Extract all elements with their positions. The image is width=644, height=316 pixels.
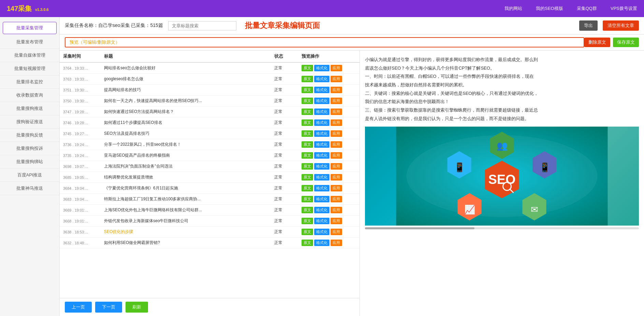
orig-button[interactable]: 原文 bbox=[302, 218, 313, 224]
table-row[interactable]: 3764 . 19:33:... 网站排名seo怎么做会比较好 正常 原文 格式… bbox=[60, 63, 360, 74]
sidebar-item-batch-sogou-complaint[interactable]: 批量搜狗投诉 bbox=[0, 142, 59, 155]
apply-button[interactable]: 应用 bbox=[331, 65, 342, 71]
apply-button[interactable]: 应用 bbox=[331, 141, 342, 148]
format-button[interactable]: 格式化 bbox=[314, 119, 330, 126]
horizontal-scrollbar[interactable] bbox=[365, 227, 639, 229]
table-row[interactable]: 3745 . 19:27:... SEO方法及提高排名技巧 正常 原文 格式化 … bbox=[60, 128, 360, 139]
format-button[interactable]: 格式化 bbox=[314, 229, 330, 235]
nav-vps-settings[interactable]: VPS拨号设置 bbox=[611, 5, 637, 12]
table-row[interactable]: 3638 . 18:53:... SEO优化的步骤 正常 原文 格式化 应用 bbox=[60, 227, 360, 238]
table-row[interactable]: 3683 . 19:04:... 特斯拉上海超级工厂19日复工推动100多家供应… bbox=[60, 194, 360, 205]
table-row[interactable]: 3746 . 19:28:... 如何通过11个步骤提高SEO排名 正常 原文 … bbox=[60, 117, 360, 128]
nav-qq-group[interactable]: 采集QQ群 bbox=[577, 5, 597, 12]
orig-button[interactable]: 原文 bbox=[302, 240, 313, 246]
row-title: 上海SEO优化外包上海牛巨微网络科技有限公司站群... bbox=[104, 207, 274, 213]
table-row[interactable]: 3685 . 19:05:... 结构调整优化发展提质增效 正常 原文 格式化 … bbox=[60, 172, 360, 183]
format-button[interactable]: 格式化 bbox=[314, 109, 330, 115]
format-button[interactable]: 格式化 bbox=[314, 76, 330, 82]
apply-button[interactable]: 应用 bbox=[331, 207, 342, 213]
next-page-button[interactable]: 下一页 bbox=[95, 302, 122, 313]
sidebar-item-batch-shenma[interactable]: 批量神马推送 bbox=[0, 182, 59, 195]
apply-button[interactable]: 应用 bbox=[331, 152, 342, 159]
apply-button[interactable]: 应用 bbox=[331, 229, 342, 235]
orig-button[interactable]: 原文 bbox=[302, 98, 313, 104]
orig-button[interactable]: 原文 bbox=[302, 185, 313, 191]
apply-button[interactable]: 应用 bbox=[331, 218, 342, 224]
table-row[interactable]: 3735 . 19:24:... 亚马逊SEO提高产品排名的终极指南 正常 原文… bbox=[60, 150, 360, 161]
sidebar-item-batch-rank[interactable]: 批量排名监控 bbox=[0, 75, 59, 89]
version-text: v1.3.0.6 bbox=[35, 8, 49, 12]
sidebar-item-batch-sogou-bind[interactable]: 批量搜狗绑站 bbox=[0, 155, 59, 169]
format-button[interactable]: 格式化 bbox=[314, 152, 330, 159]
row-status: 正常 bbox=[274, 218, 302, 224]
sidebar-item-batch-media[interactable]: 批量自媒体管理 bbox=[0, 49, 59, 62]
format-button[interactable]: 格式化 bbox=[314, 185, 330, 191]
table-row[interactable]: 3698 . 19:07:... 上海法院判决"负面压制业务"合同违法 正常 原… bbox=[60, 161, 360, 172]
format-button[interactable]: 格式化 bbox=[314, 240, 330, 246]
apply-button[interactable]: 应用 bbox=[331, 76, 342, 82]
prev-page-button[interactable]: 上一页 bbox=[65, 302, 92, 313]
clear-all-button[interactable]: 清空所有文章 bbox=[603, 20, 639, 31]
search-input[interactable] bbox=[168, 21, 236, 30]
delete-orig-button[interactable]: 删除原文 bbox=[584, 38, 610, 47]
apply-button[interactable]: 应用 bbox=[331, 109, 342, 115]
format-button[interactable]: 格式化 bbox=[314, 174, 330, 181]
table-row[interactable]: 3750 . 19:30:... 如何在一天之内，快速提高网站排名的使用SEO技… bbox=[60, 96, 360, 106]
orig-button[interactable]: 原文 bbox=[302, 229, 313, 235]
apply-button[interactable]: 应用 bbox=[331, 163, 342, 170]
table-row[interactable]: 3736 . 19:24:... 分享一个2022新风口，抖音seo优化排名！ … bbox=[60, 139, 360, 150]
orig-button[interactable]: 原文 bbox=[302, 87, 313, 93]
sidebar-item-indexed-data[interactable]: 收录数据查询 bbox=[0, 89, 59, 102]
orig-button[interactable]: 原文 bbox=[302, 152, 313, 159]
row-actions: 原文 格式化 应用 bbox=[302, 109, 356, 115]
format-button[interactable]: 格式化 bbox=[314, 65, 330, 71]
orig-button[interactable]: 原文 bbox=[302, 76, 313, 82]
save-orig-button[interactable]: 保存原文 bbox=[613, 38, 639, 47]
table-row[interactable]: 3763 . 19:33:... googleseo排名怎么做 正常 原文 格式… bbox=[60, 74, 360, 85]
format-button[interactable]: 格式化 bbox=[314, 163, 330, 170]
orig-button[interactable]: 原文 bbox=[302, 65, 313, 71]
sidebar-item-batch-publish[interactable]: 批量发布管理 bbox=[0, 35, 59, 49]
orig-button[interactable]: 原文 bbox=[302, 130, 313, 137]
format-button[interactable]: 格式化 bbox=[314, 130, 330, 137]
refresh-button[interactable]: 刷新 bbox=[126, 302, 148, 313]
apply-button[interactable]: 应用 bbox=[331, 87, 342, 93]
orig-button[interactable]: 原文 bbox=[302, 196, 313, 202]
sidebar-item-batch-sogou-feedback[interactable]: 批量搜狗反馈 bbox=[0, 129, 59, 142]
table-row[interactable]: 3669 . 19:01:... 上海SEO优化外包上海牛巨微网络科技有限公司站… bbox=[60, 205, 360, 216]
nav-my-site[interactable]: 我的网站 bbox=[504, 5, 522, 12]
apply-button[interactable]: 应用 bbox=[331, 174, 342, 181]
sidebar-item-baidu-api[interactable]: 百度API推送 bbox=[0, 169, 59, 182]
orig-button[interactable]: 原文 bbox=[302, 109, 313, 115]
nav-seo-template[interactable]: 我的SEO模版 bbox=[536, 5, 563, 12]
apply-button[interactable]: 应用 bbox=[331, 196, 342, 202]
row-title: 网站排名seo怎么做会比较好 bbox=[104, 65, 274, 71]
sidebar-item-sogou-verify[interactable]: 搜狗验证推送 bbox=[0, 115, 59, 129]
table-row[interactable]: 3751 . 19:30:... 提高网站排名的技巧 正常 原文 格式化 应用 bbox=[60, 85, 360, 96]
sidebar-item-batch-sogou-push[interactable]: 批量搜狗推送 bbox=[0, 102, 59, 115]
apply-button[interactable]: 应用 bbox=[331, 240, 342, 246]
orig-button[interactable]: 原文 bbox=[302, 174, 313, 181]
apply-button[interactable]: 应用 bbox=[331, 98, 342, 104]
orig-button[interactable]: 原文 bbox=[302, 119, 313, 126]
table-row[interactable]: 3684 . 19:04:... 《宁夏优化营商环境条例》6月1日起实施 正常 … bbox=[60, 183, 360, 194]
format-button[interactable]: 格式化 bbox=[314, 218, 330, 224]
format-button[interactable]: 格式化 bbox=[314, 87, 330, 93]
export-button[interactable]: 导出 bbox=[579, 20, 598, 31]
orig-button[interactable]: 原文 bbox=[302, 207, 313, 213]
format-button[interactable]: 格式化 bbox=[314, 98, 330, 104]
table-row[interactable]: 3747 . 19:28:... 如何快速通过SEO方法提高网站排名？ 正常 原… bbox=[60, 106, 360, 117]
row-status: 正常 bbox=[274, 163, 302, 169]
sidebar-item-batch-collect[interactable]: 批量采集管理 bbox=[3, 22, 57, 34]
table-row[interactable]: 3632 . 18:48:... 如何利用SEO做全网霸屏营销? 正常 原文 格… bbox=[60, 238, 360, 248]
format-button[interactable]: 格式化 bbox=[314, 141, 330, 148]
apply-button[interactable]: 应用 bbox=[331, 130, 342, 137]
sidebar-item-batch-video[interactable]: 批量短视频管理 bbox=[0, 62, 59, 75]
format-button[interactable]: 格式化 bbox=[314, 196, 330, 202]
table-row[interactable]: 3668 . 19:01:... 外链代发包收录上海新媒体seo牛巨微科技公司 … bbox=[60, 216, 360, 227]
format-button[interactable]: 格式化 bbox=[314, 207, 330, 213]
orig-button[interactable]: 原文 bbox=[302, 141, 313, 148]
orig-button[interactable]: 原文 bbox=[302, 163, 313, 170]
apply-button[interactable]: 应用 bbox=[331, 119, 342, 126]
apply-button[interactable]: 应用 bbox=[331, 185, 342, 191]
